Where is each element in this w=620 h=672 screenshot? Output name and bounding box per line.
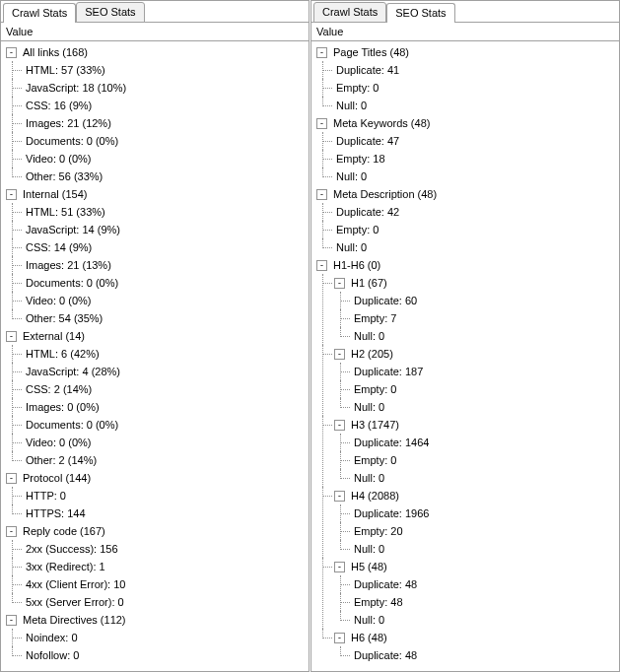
tree-row[interactable]: Nofollow: 0 [24, 646, 309, 664]
collapse-icon[interactable]: - [6, 331, 17, 342]
tab-seo-stats[interactable]: SEO Stats [386, 3, 454, 23]
tree-row[interactable]: -H4 (2088) [334, 487, 619, 504]
collapse-icon[interactable]: - [6, 47, 17, 58]
tree-row[interactable]: HTTP: 0 [24, 487, 309, 504]
tree-row[interactable]: Duplicate: 60 [352, 292, 619, 309]
tree-row[interactable]: Null: 0 [334, 97, 619, 114]
tree-row[interactable]: Null: 0 [352, 611, 619, 629]
tree-row[interactable]: -H3 (1747) [334, 416, 619, 434]
collapse-icon[interactable]: - [316, 47, 327, 58]
tree-row[interactable]: Empty: 48 [352, 593, 619, 611]
collapse-icon[interactable]: - [334, 349, 345, 360]
tree-row[interactable]: CSS: 2 (14%) [24, 380, 309, 398]
tree-row[interactable]: Duplicate: 42 [334, 203, 619, 221]
tree-row[interactable]: HTML: 51 (33%) [24, 203, 309, 221]
collapse-icon[interactable]: - [316, 118, 327, 129]
collapse-icon[interactable]: - [6, 189, 17, 200]
tree-label: CSS: 16 (9%) [24, 100, 92, 111]
tree-row[interactable]: JavaScript: 18 (10%) [24, 79, 309, 97]
tree-row[interactable]: Duplicate: 47 [334, 132, 619, 150]
tree-row[interactable]: -H2 (205) [334, 345, 619, 363]
tree-row[interactable]: -H6 (48) [334, 629, 619, 646]
tree-row[interactable]: -Internal (154) [6, 185, 309, 203]
tree-row[interactable]: -H1 (67) [334, 274, 619, 292]
tree-row[interactable]: Null: 0 [334, 238, 619, 256]
tree-row[interactable]: Duplicate: 187 [352, 363, 619, 380]
tree-label: Null: 0 [334, 241, 367, 253]
tree-node: Images: 21 (13%) [6, 256, 309, 274]
tree-row[interactable]: Other: 54 (35%) [24, 309, 309, 327]
tree-row[interactable]: -Meta Description (48) [316, 185, 619, 203]
tree-row[interactable]: Images: 21 (12%) [24, 114, 309, 132]
tree-row[interactable]: Duplicate: 41 [334, 61, 619, 79]
tree-row[interactable]: Empty: 0 [334, 79, 619, 97]
collapse-icon[interactable]: - [6, 526, 17, 537]
tree-row[interactable]: Null: 0 [352, 398, 619, 416]
collapse-icon[interactable]: - [334, 491, 345, 502]
collapse-icon[interactable]: - [334, 420, 345, 431]
tree-label: Meta Keywords (48) [331, 117, 430, 129]
collapse-icon[interactable]: - [316, 260, 327, 271]
tree-row[interactable]: Null: 0 [352, 469, 619, 487]
tab-crawl-stats[interactable]: Crawl Stats [3, 3, 76, 23]
tab-seo-stats[interactable]: SEO Stats [76, 2, 144, 23]
tree-row[interactable]: Documents: 0 (0%) [24, 132, 309, 150]
tree-row[interactable]: Documents: 0 (0%) [24, 416, 309, 434]
tree-row[interactable]: Empty: 7 [352, 309, 619, 327]
tree-row[interactable]: 4xx (Client Error): 10 [24, 575, 309, 593]
tree-row[interactable]: Null: 0 [334, 168, 619, 185]
tree-row[interactable]: -Protocol (144) [6, 469, 309, 487]
tree-row[interactable]: -Page Titles (48) [316, 43, 619, 61]
collapse-icon[interactable]: - [334, 562, 345, 572]
tree-node: Duplicate: 1464 [334, 434, 619, 451]
tree-row[interactable]: HTML: 57 (33%) [24, 61, 309, 79]
collapse-icon[interactable]: - [334, 633, 345, 643]
tree-row[interactable]: Empty: 0 [352, 380, 619, 398]
tree-row[interactable]: Images: 0 (0%) [24, 398, 309, 416]
tree-label: JavaScript: 14 (9%) [24, 224, 120, 235]
tree-row[interactable]: JavaScript: 14 (9%) [24, 221, 309, 238]
tree-row[interactable]: Video: 0 (0%) [24, 292, 309, 309]
tree-row[interactable]: Duplicate: 48 [352, 575, 619, 593]
tree-row[interactable]: HTML: 6 (42%) [24, 345, 309, 363]
tree-node: Images: 21 (12%) [6, 114, 309, 132]
tree-row[interactable]: Empty: 0 [352, 451, 619, 469]
tree-row[interactable]: -H1-H6 (0) [316, 256, 619, 274]
collapse-icon[interactable]: - [334, 278, 345, 289]
collapse-icon[interactable]: - [316, 189, 327, 200]
tree-row[interactable]: Duplicate: 1966 [352, 504, 619, 522]
tree-row[interactable]: -Meta Directives (112) [6, 611, 309, 629]
tree-row[interactable]: Other: 2 (14%) [24, 451, 309, 469]
tree-row[interactable]: HTTPS: 144 [24, 504, 309, 522]
tree-row[interactable]: Null: 0 [352, 540, 619, 558]
tree-row[interactable]: Empty: 20 [352, 522, 619, 540]
tree-scroll[interactable]: -Page Titles (48)Duplicate: 41Empty: 0Nu… [311, 41, 619, 671]
tree-row[interactable]: Other: 56 (33%) [24, 168, 309, 185]
tree-row[interactable]: Images: 21 (13%) [24, 256, 309, 274]
tree-scroll[interactable]: -All links (168)HTML: 57 (33%)JavaScript… [1, 41, 309, 671]
tree-row[interactable]: Empty: 18 [334, 150, 619, 168]
tree-row[interactable]: Video: 0 (0%) [24, 150, 309, 168]
tree-row[interactable]: Null: 0 [352, 327, 619, 345]
tree-row[interactable]: Documents: 0 (0%) [24, 274, 309, 292]
tree-row[interactable]: -Meta Keywords (48) [316, 114, 619, 132]
tree-row[interactable]: 5xx (Server Error): 0 [24, 593, 309, 611]
tree-row[interactable]: 3xx (Redirect): 1 [24, 558, 309, 575]
tree-row[interactable]: Noindex: 0 [24, 629, 309, 646]
tab-crawl-stats[interactable]: Crawl Stats [313, 2, 386, 23]
tree-row[interactable]: -All links (168) [6, 43, 309, 61]
tree-row[interactable]: -External (14) [6, 327, 309, 345]
tree-row[interactable]: Duplicate: 48 [352, 646, 619, 664]
tree-row[interactable]: Empty: 0 [334, 221, 619, 238]
collapse-icon[interactable]: - [6, 615, 17, 626]
tree-node: 4xx (Client Error): 10 [6, 575, 309, 593]
tree-row[interactable]: Video: 0 (0%) [24, 434, 309, 451]
tree-row[interactable]: -H5 (48) [334, 558, 619, 575]
tree-row[interactable]: -Reply code (167) [6, 522, 309, 540]
collapse-icon[interactable]: - [6, 473, 17, 484]
tree-row[interactable]: 2xx (Success): 156 [24, 540, 309, 558]
tree-row[interactable]: Duplicate: 1464 [352, 434, 619, 451]
tree-row[interactable]: CSS: 16 (9%) [24, 97, 309, 114]
tree-row[interactable]: JavaScript: 4 (28%) [24, 363, 309, 380]
tree-row[interactable]: CSS: 14 (9%) [24, 238, 309, 256]
